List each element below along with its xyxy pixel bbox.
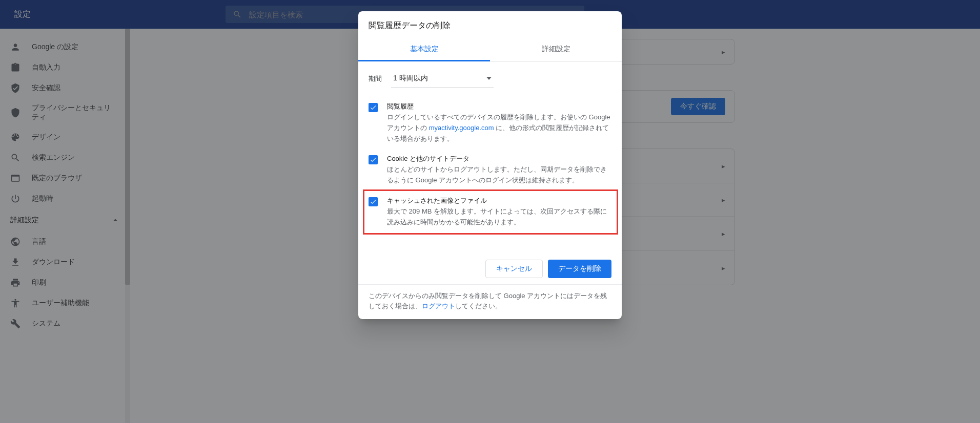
check-title: キャッシュされた画像とファイル bbox=[387, 196, 612, 205]
checkbox-cache[interactable] bbox=[369, 197, 378, 206]
dialog-actions: キャンセル データを削除 bbox=[358, 253, 622, 284]
cancel-button[interactable]: キャンセル bbox=[485, 260, 543, 278]
check-desc: ログインしているすべてのデバイスの履歴を削除します。お使いの Google アカ… bbox=[387, 112, 612, 144]
check-title: Cookie と他のサイトデータ bbox=[387, 154, 612, 163]
check-desc: ほとんどのサイトからログアウトします。ただし、同期データを削除できるように Go… bbox=[387, 164, 612, 186]
tab-advanced[interactable]: 詳細設定 bbox=[490, 37, 622, 61]
dialog-title: 閲覧履歴データの削除 bbox=[358, 11, 622, 31]
check-desc: 最大で 209 MB を解放します。サイトによっては、次回アクセスする際に読み込… bbox=[387, 206, 612, 228]
dialog-tabs: 基本設定 詳細設定 bbox=[358, 37, 622, 61]
time-range-row: 期間 1 時間以内 bbox=[358, 61, 622, 92]
check-item-history: 閲覧履歴 ログインしているすべてのデバイスの履歴を削除します。お使いの Goog… bbox=[364, 97, 617, 149]
dialog-footer: このデバイスからのみ閲覧データを削除して Google アカウントにはデータを残… bbox=[358, 284, 622, 312]
tab-basic[interactable]: 基本設定 bbox=[358, 37, 490, 61]
time-value: 1 時間以内 bbox=[393, 74, 428, 83]
dropdown-icon bbox=[486, 77, 492, 80]
time-range-select[interactable]: 1 時間以内 bbox=[391, 70, 494, 88]
logout-link[interactable]: ログアウト bbox=[422, 302, 455, 310]
checkbox-cookies[interactable] bbox=[369, 155, 378, 164]
delete-button[interactable]: データを削除 bbox=[548, 260, 611, 278]
check-item-cache: キャッシュされた画像とファイル 最大で 209 MB を解放します。サイトによっ… bbox=[364, 191, 617, 233]
check-title: 閲覧履歴 bbox=[387, 102, 612, 111]
checkbox-history[interactable] bbox=[369, 103, 378, 112]
myactivity-link[interactable]: myactivity.google.com bbox=[429, 124, 494, 132]
check-list: 閲覧履歴 ログインしているすべてのデバイスの履歴を削除します。お使いの Goog… bbox=[358, 92, 622, 238]
check-item-cookies: Cookie と他のサイトデータ ほとんどのサイトからログアウトします。ただし、… bbox=[364, 149, 617, 191]
clear-data-dialog: 閲覧履歴データの削除 基本設定 詳細設定 期間 1 時間以内 閲覧履歴 ログイン… bbox=[358, 11, 622, 319]
time-label: 期間 bbox=[369, 74, 382, 83]
